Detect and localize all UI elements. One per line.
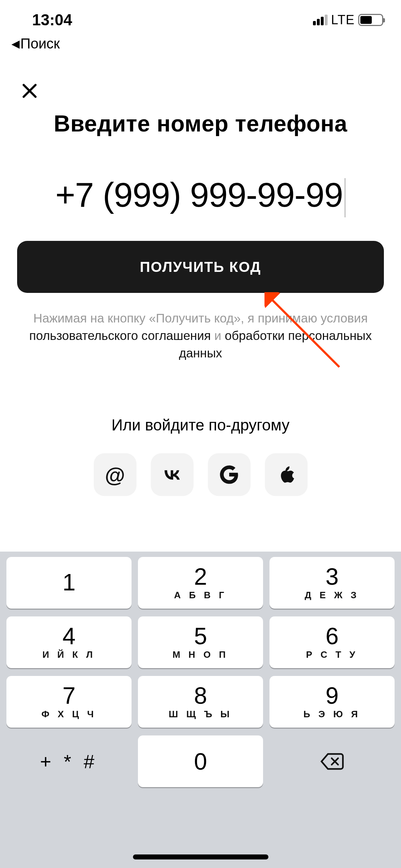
keypad-8[interactable]: 8Ш Щ Ъ Ы: [138, 676, 263, 728]
keypad-6[interactable]: 6Р С Т У: [269, 616, 395, 668]
mailru-icon: @: [105, 463, 125, 487]
text-cursor: [344, 178, 346, 217]
signal-icon: [313, 15, 328, 25]
keypad-3[interactable]: 3Д Е Ж З: [269, 557, 395, 609]
vk-icon: [161, 464, 183, 486]
keypad-1[interactable]: 1: [6, 557, 132, 609]
disclaimer-part1: Нажимая на кнопку «Получить код», я прин…: [33, 311, 367, 325]
mailru-login-button[interactable]: @: [94, 453, 137, 496]
keypad-0[interactable]: 0: [138, 735, 263, 787]
alt-login-title: Или войдите по-другому: [0, 416, 401, 434]
status-right: LTE: [313, 8, 383, 27]
battery-icon: [358, 14, 383, 26]
back-label: Поиск: [20, 36, 60, 52]
phone-input[interactable]: +7 (999) 999-99-99: [0, 175, 401, 217]
get-code-button[interactable]: ПОЛУЧИТЬ КОД: [17, 241, 384, 293]
close-button[interactable]: [17, 78, 42, 103]
home-indicator[interactable]: [133, 854, 268, 859]
status-bar: 13:04 LTE: [0, 0, 401, 36]
numeric-keyboard: 1 2А Б В Г 3Д Е Ж З 4И Й К Л 5М Н О П 6Р…: [0, 552, 401, 868]
keypad-5[interactable]: 5М Н О П: [138, 616, 263, 668]
backspace-icon: [320, 753, 344, 770]
back-to-search[interactable]: ◀ Поиск: [11, 36, 60, 52]
keypad-4[interactable]: 4И Й К Л: [6, 616, 132, 668]
apple-login-button[interactable]: [265, 453, 308, 496]
google-icon: [218, 464, 240, 486]
vk-login-button[interactable]: [151, 453, 194, 496]
network-label: LTE: [331, 12, 355, 27]
keypad-7[interactable]: 7Ф Х Ц Ч: [6, 676, 132, 728]
terms-link[interactable]: пользовательского соглашения: [29, 329, 211, 342]
apple-icon: [275, 464, 297, 486]
google-login-button[interactable]: [208, 453, 251, 496]
page-title: Введите номер телефона: [0, 110, 401, 137]
phone-value: +7 (999) 999-99-99: [55, 176, 343, 214]
social-row: @: [0, 453, 401, 496]
close-icon: [21, 82, 38, 100]
keypad-2[interactable]: 2А Б В Г: [138, 557, 263, 609]
back-triangle-icon: ◀: [11, 37, 20, 50]
keypad-symbols[interactable]: + * #: [6, 735, 132, 787]
status-time: 13:04: [18, 7, 72, 29]
get-code-label: ПОЛУЧИТЬ КОД: [140, 259, 261, 275]
keypad-backspace[interactable]: [269, 735, 395, 787]
disclaimer-text: Нажимая на кнопку «Получить код», я прин…: [21, 309, 380, 362]
keypad-9[interactable]: 9Ь Э Ю Я: [269, 676, 395, 728]
disclaimer-and: и: [211, 329, 225, 342]
